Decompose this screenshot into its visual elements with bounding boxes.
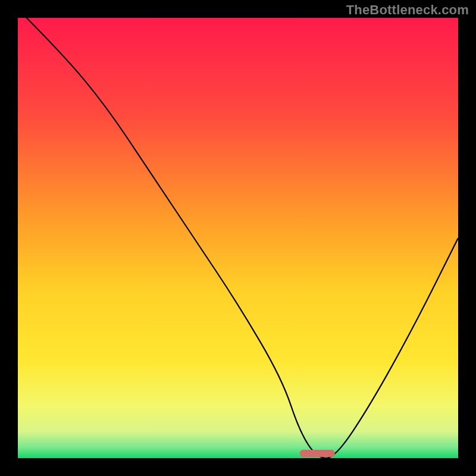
bottleneck-chart bbox=[0, 0, 476, 476]
chart-container: TheBottleneck.com bbox=[0, 0, 476, 476]
optimum-marker bbox=[300, 450, 335, 457]
plot-background bbox=[18, 18, 458, 458]
watermark-text: TheBottleneck.com bbox=[346, 2, 469, 18]
